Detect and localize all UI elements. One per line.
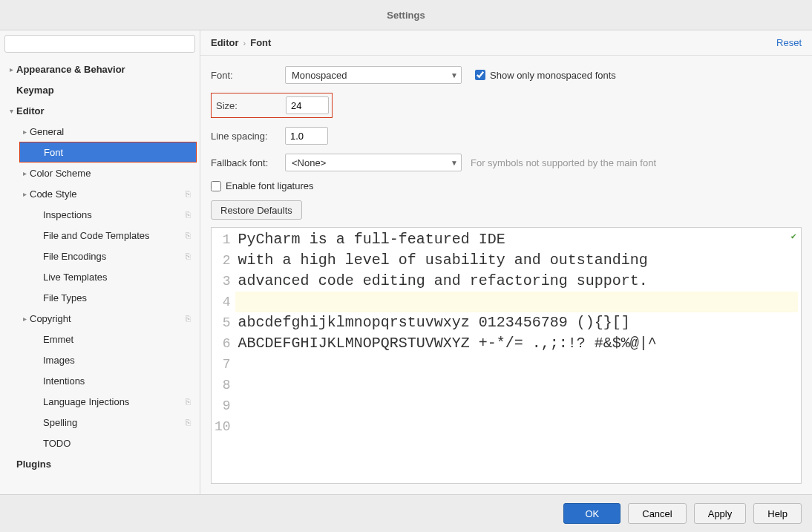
chevron-down-icon: ▼ — [451, 159, 458, 167]
tree-item-live-templates[interactable]: Live Templates — [0, 266, 200, 287]
tree-item-label: Emmet — [43, 334, 194, 345]
tree-item-file-types[interactable]: File Types — [0, 287, 200, 308]
tree-item-file-and-code-templates[interactable]: File and Code Templates⎘ — [0, 225, 200, 246]
tree-item-spelling[interactable]: Spelling⎘ — [0, 412, 200, 433]
expand-arrow-icon: ▸ — [19, 315, 30, 323]
expand-arrow-icon: ▸ — [6, 65, 16, 73]
preview-line — [238, 395, 798, 416]
tree-item-emmet[interactable]: Emmet — [0, 329, 200, 349]
reset-link[interactable]: Reset — [776, 37, 802, 48]
font-combo[interactable]: Monospaced ▼ — [285, 66, 462, 84]
restore-defaults-button[interactable]: Restore Defaults — [211, 200, 302, 220]
breadcrumb-root[interactable]: Editor — [211, 37, 239, 48]
main-area: ⌕ ▾ ▸Appearance & BehaviorKeymap▾Editor▸… — [0, 30, 812, 495]
chevron-right-icon: › — [243, 39, 246, 47]
tree-item-color-scheme[interactable]: ▸Color Scheme — [0, 162, 200, 183]
fallback-combo-value: <None> — [292, 157, 326, 168]
settings-content: Editor › Font Reset Font: Monospaced ▼ S… — [200, 30, 812, 494]
tree-item-label: General — [30, 126, 194, 137]
tree-item-label: Inspections — [43, 209, 186, 220]
tree-item-keymap[interactable]: Keymap — [0, 79, 200, 100]
preview-line: advanced code editing and refactoring su… — [238, 271, 798, 292]
preview-line — [238, 375, 798, 395]
font-combo-value: Monospaced — [292, 70, 347, 81]
preview-line — [235, 292, 798, 312]
tree-item-label: Code Style — [30, 188, 186, 200]
tree-item-label: Spelling — [43, 417, 186, 428]
tree-item-label: Appearance & Behavior — [16, 64, 194, 75]
size-input[interactable] — [286, 96, 329, 114]
tree-item-label: Live Templates — [43, 272, 194, 283]
tree-item-label: File Encodings — [43, 251, 186, 262]
cancel-button[interactable]: Cancel — [628, 503, 686, 524]
fallback-hint: For symbols not supported by the main fo… — [471, 157, 656, 168]
apply-button[interactable]: Apply — [694, 503, 747, 524]
tree-item-images[interactable]: Images — [0, 349, 200, 370]
mono-only-checkbox[interactable] — [475, 70, 485, 80]
window-title: Settings — [0, 0, 812, 30]
preview-gutter: 12345678910 — [212, 228, 235, 483]
ligatures-checkbox[interactable] — [211, 181, 221, 191]
size-label: Size: — [216, 100, 286, 111]
project-config-icon: ⎘ — [186, 210, 194, 219]
font-settings-panel: Font: Monospaced ▼ Show only monospaced … — [200, 56, 812, 494]
font-preview: 12345678910 PyCharm is a full-featured I… — [211, 227, 802, 484]
settings-tree[interactable]: ▸Appearance & BehaviorKeymap▾Editor▸Gene… — [0, 59, 200, 490]
tree-item-language-injections[interactable]: Language Injections⎘ — [0, 391, 200, 412]
fallback-label: Fallback font: — [211, 157, 285, 168]
tree-item-code-style[interactable]: ▸Code Style⎘ — [0, 183, 200, 204]
preview-line — [238, 416, 798, 437]
breadcrumb-leaf: Font — [250, 37, 271, 48]
tree-item-editor[interactable]: ▾Editor — [0, 100, 200, 121]
dialog-button-bar: OK Cancel Apply Help — [0, 495, 812, 532]
chevron-down-icon: ▼ — [451, 71, 458, 79]
tree-item-appearance-behavior[interactable]: ▸Appearance & Behavior — [0, 59, 200, 79]
preview-line: ABCDEFGHIJKLMNOPQRSTUVWXYZ +-*/= .,;:!? … — [238, 333, 798, 354]
project-config-icon: ⎘ — [186, 252, 194, 260]
tree-item-label: File Types — [43, 292, 194, 303]
tree-item-copyright[interactable]: ▸Copyright⎘ — [0, 308, 200, 329]
tree-item-todo[interactable]: TODO — [0, 433, 200, 453]
preview-lines: PyCharm is a full-featured IDEwith a hig… — [235, 228, 801, 483]
project-config-icon: ⎘ — [186, 397, 194, 406]
tree-item-label: TODO — [43, 438, 194, 449]
project-config-icon: ⎘ — [186, 231, 194, 240]
tree-item-font[interactable]: Font — [19, 142, 197, 162]
tree-item-file-encodings[interactable]: File Encodings⎘ — [0, 246, 200, 266]
tree-item-plugins[interactable]: Plugins — [0, 453, 200, 474]
tree-item-label: Color Scheme — [30, 168, 194, 179]
preview-line: abcdefghijklmnopqrstuvwxyz 0123456789 ()… — [238, 312, 798, 333]
tree-item-inspections[interactable]: Inspections⎘ — [0, 204, 200, 225]
tree-item-label: Editor — [16, 105, 194, 116]
tree-item-general[interactable]: ▸General — [0, 121, 200, 142]
preview-line: with a high level of usability and outst… — [238, 250, 798, 271]
linespacing-input[interactable] — [285, 127, 328, 145]
expand-arrow-icon: ▸ — [19, 190, 30, 198]
help-button[interactable]: Help — [753, 503, 802, 524]
size-row-highlighted: Size: — [211, 93, 333, 118]
ligatures-label: Enable font ligatures — [226, 180, 314, 191]
linespacing-label: Line spacing: — [211, 131, 285, 142]
tree-item-label: Intentions — [43, 375, 194, 387]
fallback-combo[interactable]: <None> ▼ — [285, 154, 462, 171]
ligatures-row[interactable]: Enable font ligatures — [211, 180, 314, 191]
project-config-icon: ⎘ — [186, 189, 194, 198]
tree-item-label: Keymap — [16, 85, 194, 96]
tree-item-label: Copyright — [30, 313, 186, 324]
expand-arrow-icon: ▾ — [6, 107, 16, 115]
settings-search-input[interactable] — [4, 35, 195, 53]
mono-only-row[interactable]: Show only monospaced fonts — [475, 70, 616, 81]
tree-item-intentions[interactable]: Intentions — [0, 370, 200, 391]
tree-item-label: Images — [43, 355, 194, 366]
tree-item-label: Language Injections — [43, 396, 186, 407]
project-config-icon: ⎘ — [186, 314, 194, 323]
tree-item-label: Plugins — [16, 459, 194, 470]
breadcrumb-bar: Editor › Font Reset — [200, 30, 812, 56]
font-label: Font: — [211, 70, 285, 81]
validation-check-icon: ✔ — [791, 231, 796, 242]
preview-line — [238, 354, 798, 375]
tree-item-label: Font — [44, 147, 190, 158]
expand-arrow-icon: ▸ — [19, 169, 30, 177]
settings-sidebar: ⌕ ▾ ▸Appearance & BehaviorKeymap▾Editor▸… — [0, 30, 200, 494]
ok-button[interactable]: OK — [563, 503, 621, 524]
